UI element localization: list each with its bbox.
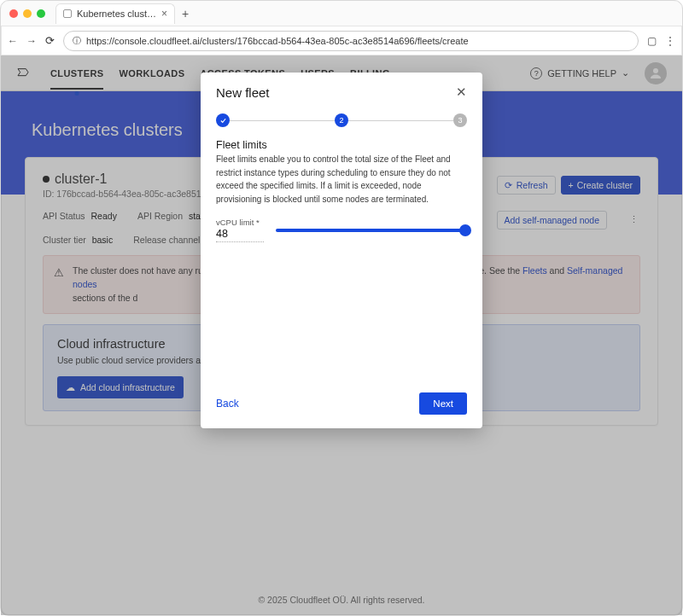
step-3-upcoming: 3 (453, 113, 467, 127)
window-close-button[interactable] (9, 9, 18, 18)
browser-tab-title: Kubernetes clusters | Cloudfl (77, 9, 156, 19)
window-titlebar: Kubernetes clusters | Cloudfl × + (1, 1, 682, 26)
vcpu-slider[interactable] (276, 223, 467, 238)
vcpu-limit-label: vCPU limit * (216, 218, 264, 227)
slider-thumb-icon[interactable] (459, 224, 471, 236)
window-traffic-lights (9, 9, 45, 18)
lock-icon: ⓘ (73, 35, 81, 47)
forward-icon[interactable]: → (26, 35, 37, 47)
browser-tab[interactable]: Kubernetes clusters | Cloudfl × (55, 3, 175, 24)
section-heading: Fleet limits (216, 139, 467, 151)
back-button[interactable]: Back (216, 398, 239, 410)
section-description: Fleet limits enable you to control the t… (216, 153, 467, 206)
modal-title: New fleet (216, 85, 456, 100)
close-modal-button[interactable]: ✕ (456, 84, 467, 100)
window-maximize-button[interactable] (37, 9, 45, 18)
extensions-icon[interactable]: ▢ (647, 35, 657, 47)
window-minimize-button[interactable] (23, 9, 32, 18)
browser-toolbar: ← → ⟳ ⓘ https://console.cloudfleet.ai/cl… (1, 26, 682, 55)
next-button[interactable]: Next (419, 392, 467, 415)
step-1-complete-icon (216, 113, 230, 127)
new-fleet-modal: New fleet ✕ 2 3 Fleet limits Fleet limit… (201, 73, 482, 428)
reload-icon[interactable]: ⟳ (45, 34, 55, 47)
site-favicon-icon (63, 9, 72, 18)
close-tab-icon[interactable]: × (161, 8, 167, 20)
vcpu-limit-input[interactable] (216, 227, 264, 242)
address-bar[interactable]: ⓘ https://console.cloudfleet.ai/clusters… (63, 31, 639, 51)
modal-stepper: 2 3 (216, 113, 467, 127)
address-url: https://console.cloudfleet.ai/clusters/1… (86, 36, 469, 46)
browser-menu-icon[interactable]: ⋮ (665, 35, 675, 47)
new-tab-button[interactable]: + (182, 7, 189, 20)
back-icon[interactable]: ← (8, 35, 18, 47)
step-2-current: 2 (335, 113, 348, 127)
